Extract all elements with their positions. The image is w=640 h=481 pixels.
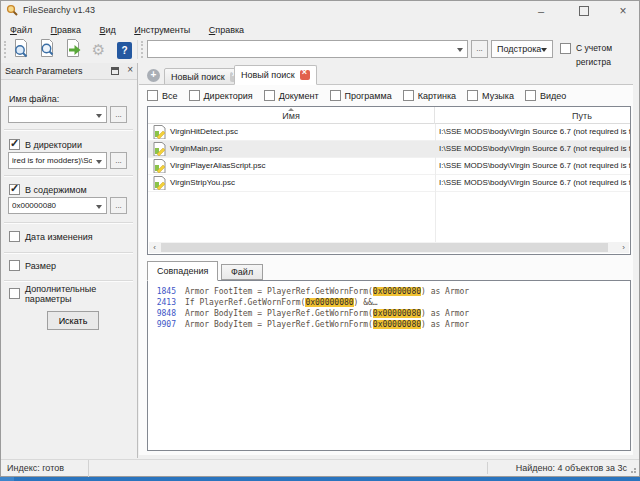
column-divider	[435, 124, 436, 242]
match-highlight: 0x00000080	[373, 320, 421, 329]
match-line[interactable]: 9848Armor BodyItem = PlayerRef.GetWornFo…	[154, 308, 630, 319]
maximize-button[interactable]	[569, 1, 597, 19]
filter-document[interactable]: Документ	[264, 90, 319, 101]
filter-checkbox[interactable]	[467, 90, 478, 101]
filename-combobox[interactable]	[8, 106, 107, 123]
status-divider	[487, 462, 488, 474]
tab-close-icon[interactable]	[300, 70, 310, 80]
sidebar-header[interactable]: Search Parameters	[1, 63, 137, 80]
start-button-sliver[interactable]	[0, 477, 14, 481]
help-button[interactable]: ?	[113, 38, 136, 61]
filter-music[interactable]: Музыка	[467, 90, 514, 101]
code-text: ) as Armor	[421, 309, 469, 318]
dropdown-arrow-icon	[541, 48, 547, 52]
code-text: Armor FootItem = PlayerRef.GetWornForm(	[185, 287, 373, 296]
filter-program[interactable]: Программа	[330, 90, 392, 101]
column-header-name[interactable]: Имя	[148, 107, 435, 124]
tabbar: + Новый поиск Новый поиск	[139, 63, 633, 85]
date-modified-checkbox[interactable]	[9, 231, 20, 242]
extra-params-label: Дополнительные параметры	[25, 284, 137, 304]
column-header-path[interactable]: Путь	[435, 107, 640, 124]
filter-video[interactable]: Видео	[525, 90, 566, 101]
file-row[interactable]: VirginPlayerAliasScript.psc I:\SSE MODS\…	[148, 158, 630, 175]
toolbar-grip[interactable]	[4, 41, 7, 58]
filter-checkbox[interactable]	[525, 90, 536, 101]
filter-checkbox[interactable]	[264, 90, 275, 101]
filename-browse-button[interactable]: ...	[110, 106, 127, 123]
tab-new-search-2[interactable]: Новый поиск	[234, 65, 317, 85]
code-text: ) &&…	[354, 298, 378, 307]
filter-checkbox[interactable]	[330, 90, 341, 101]
file-row[interactable]: VirginStripYou.psc I:\SSE MODS\body\Virg…	[148, 175, 630, 192]
horizontal-scrollbar[interactable]	[149, 242, 629, 253]
file-path: I:\SSE MODS\body\Virgin Source 6.7 (not …	[439, 175, 630, 191]
chevron-down-icon[interactable]	[96, 114, 102, 118]
filter-image[interactable]: Картинка	[403, 90, 456, 101]
file-row[interactable]: VirginHitDetect.psc I:\SSE MODS\body\Vir…	[148, 124, 630, 141]
sort-asc-icon	[288, 108, 294, 111]
found-status: Найдено: 4 объектов за 3с	[516, 460, 627, 476]
chevron-down-icon[interactable]	[96, 160, 102, 164]
filter-checkbox[interactable]	[403, 90, 414, 101]
export-results-button[interactable]	[61, 38, 84, 61]
search-button[interactable]: Искать	[47, 311, 99, 330]
scroll-left-icon[interactable]	[149, 242, 160, 253]
screen: FileSearchy v1.43 Файл Правка Вид Инстру…	[0, 0, 640, 481]
filter-label: Музыка	[482, 91, 514, 101]
in-directory-checkbox[interactable]	[9, 139, 20, 150]
tab-label: Новый поиск	[241, 70, 295, 80]
case-sensitive-checkbox[interactable]	[560, 43, 571, 54]
in-content-checkbox[interactable]	[9, 184, 20, 195]
filter-checkbox[interactable]	[147, 90, 158, 101]
match-mode-dropdown[interactable]: Подстрока	[491, 40, 553, 58]
psc-file-icon	[152, 125, 166, 139]
app-icon	[6, 4, 18, 16]
toolbar-separator	[137, 40, 138, 59]
separator	[4, 129, 133, 131]
chevron-down-icon[interactable]	[457, 48, 463, 52]
sidebar-close-icon[interactable]	[127, 64, 133, 75]
file-row[interactable]: VirginMain.psc I:\SSE MODS\body\Virgin S…	[148, 141, 630, 158]
match-line[interactable]: 9907Armor BodyItem = PlayerRef.GetWornFo…	[154, 319, 630, 330]
size-checkbox[interactable]	[9, 260, 20, 271]
add-tab-button[interactable]: +	[147, 69, 160, 82]
match-line[interactable]: 1845Armor FootItem = PlayerRef.GetWornFo…	[154, 286, 630, 297]
line-number: 9907	[154, 319, 176, 330]
tab-file[interactable]: Файл	[221, 264, 263, 280]
content-combobox[interactable]: 0x00000080	[8, 197, 107, 214]
dock-icon[interactable]	[111, 67, 119, 75]
search-in-found-button[interactable]	[35, 38, 58, 61]
tab-matches[interactable]: Совпадения	[147, 261, 218, 281]
settings-button[interactable]: ⚙	[87, 38, 110, 61]
resize-grip[interactable]	[630, 467, 636, 473]
taskbar-strip[interactable]	[0, 477, 640, 481]
scrollbar-thumb[interactable]	[161, 243, 608, 252]
extra-params-checkbox[interactable]	[9, 288, 20, 299]
filter-checkbox[interactable]	[189, 90, 200, 101]
scroll-right-icon[interactable]	[618, 242, 629, 253]
directory-combobox[interactable]: ired is for modders)\Source	[8, 152, 107, 169]
filter-directory[interactable]: Директория	[189, 90, 253, 101]
gear-icon: ⚙	[87, 39, 110, 61]
query-browse-button[interactable]: ...	[471, 40, 488, 58]
directory-browse-button[interactable]: ...	[110, 152, 127, 169]
match-highlight: 0x00000080	[305, 298, 353, 307]
new-search-button[interactable]	[9, 38, 32, 61]
list-header: Имя Путь	[148, 107, 630, 124]
minimize-button[interactable]	[527, 1, 555, 19]
file-path: I:\SSE MODS\body\Virgin Source 6.7 (not …	[439, 158, 630, 174]
match-line[interactable]: 2413If PlayerRef.GetWornForm(0x00000080)…	[154, 297, 630, 308]
search-bar-grip[interactable]	[141, 41, 144, 58]
menubar: Файл Правка Вид Инструменты Справка	[3, 19, 639, 36]
content-browse-button[interactable]: ...	[110, 197, 127, 214]
close-button[interactable]	[609, 1, 637, 19]
file-name: VirginMain.psc	[170, 141, 222, 157]
index-status: Индекс: готов	[1, 460, 89, 477]
chevron-down-icon[interactable]	[96, 205, 102, 209]
search-query-combobox[interactable]	[147, 40, 468, 58]
statusbar: Индекс: готов Найдено: 4 объектов за 3с	[1, 459, 639, 476]
directory-value: ired is for modders)\Source	[12, 153, 92, 169]
window-title: FileSearchy v1.43	[23, 1, 95, 19]
results-list: Имя Путь VirginHitDetect.psc	[147, 106, 631, 255]
filter-all[interactable]: Все	[147, 90, 178, 101]
